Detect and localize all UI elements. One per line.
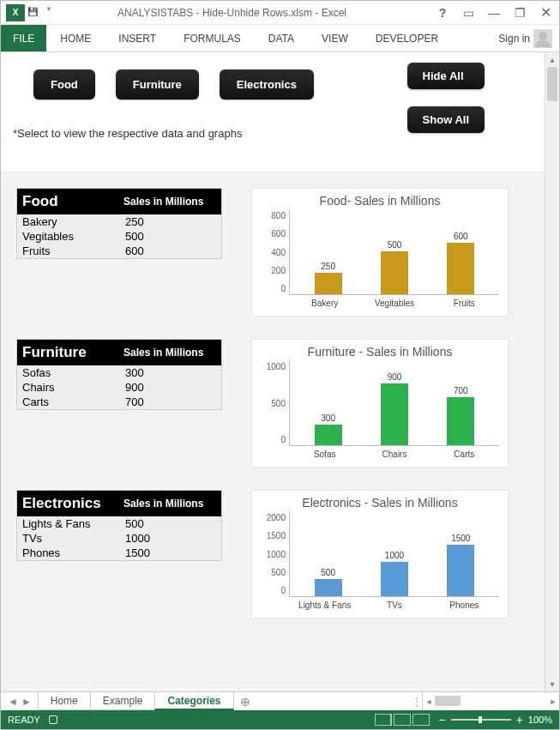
x-category: Carts: [430, 446, 499, 459]
table-electronics: ElectronicsSales in MillionsLights & Fan…: [16, 490, 222, 561]
restore-button[interactable]: ❐: [511, 4, 528, 21]
bar-label: 900: [388, 372, 402, 382]
furniture-button[interactable]: Furniture: [116, 69, 199, 100]
table-header-sales: Sales in Millions: [120, 189, 221, 214]
table-food: FoodSales in MillionsBakery250Vegitables…: [16, 188, 222, 259]
x-category: Bakery: [290, 295, 359, 308]
table-row: Vegitables500: [17, 229, 221, 244]
zoom-percent[interactable]: 100%: [528, 715, 552, 725]
bar-group: 300: [298, 413, 358, 445]
scroll-thumb[interactable]: [547, 67, 557, 101]
x-category: Sofas: [290, 446, 359, 459]
horizontal-scrollbar[interactable]: ◄ ►: [422, 692, 559, 710]
help-icon[interactable]: [434, 4, 451, 21]
bar-label: 1500: [451, 534, 470, 543]
zoom-out-icon[interactable]: −: [438, 714, 445, 726]
tab-nav-prev-icon[interactable]: ◄: [8, 696, 18, 708]
bar: [315, 273, 342, 294]
cell-item: Chairs: [17, 380, 120, 395]
status-ready: READY: [8, 715, 40, 725]
hscroll-left-arrow-icon[interactable]: ◄: [423, 697, 435, 706]
qat-dropdown-icon[interactable]: ▼: [45, 5, 52, 17]
zoom-control[interactable]: − + 100%: [438, 714, 552, 726]
scroll-down-arrow-icon[interactable]: ▼: [545, 677, 559, 691]
y-tick: 2000: [267, 513, 286, 522]
cell-item: Bakery: [17, 214, 120, 229]
chart-title: Electronics - Sales in Millions: [261, 496, 499, 510]
sheet-tab-example[interactable]: Example: [90, 692, 156, 710]
chart-furniture: Furniture - Sales in Millions10005000300…: [251, 339, 509, 468]
ribbon-tab-developer[interactable]: DEVELOPER: [362, 25, 452, 51]
scroll-up-arrow-icon[interactable]: ▲: [545, 52, 559, 67]
bar: [315, 425, 342, 445]
hide-all-button[interactable]: Hide All: [407, 63, 485, 89]
chart-title: Food- Sales in Millions: [261, 194, 499, 208]
bar: [381, 383, 408, 445]
cell-value: 500: [120, 229, 221, 244]
view-switcher[interactable]: [375, 714, 430, 726]
sheet-tab-home[interactable]: Home: [38, 692, 91, 710]
x-category: Chairs: [359, 446, 429, 459]
table-header-sales: Sales in Millions: [120, 491, 221, 516]
y-tick: 0: [280, 586, 286, 595]
ribbon-tab-data[interactable]: DATA: [255, 25, 308, 51]
cell-item: Lights & Fans: [17, 516, 120, 531]
x-category: Fruits: [430, 295, 499, 308]
x-category: Vegitables: [359, 295, 429, 308]
sign-in-link[interactable]: Sign in: [493, 25, 559, 51]
cell-value: 700: [120, 395, 221, 409]
bar-label: 500: [321, 568, 335, 577]
worksheet-area[interactable]: Food Furniture Electronics Hide All Show…: [1, 52, 545, 691]
table-header-category: Electronics: [17, 491, 120, 516]
y-tick: 400: [271, 248, 286, 257]
sheet-tabs-bar: ◄ ► HomeExampleCategories ⊕ ⋮ ◄ ►: [1, 691, 559, 710]
zoom-slider[interactable]: [451, 719, 511, 721]
table-row: Chairs900: [17, 380, 221, 395]
cell-item: TVs: [17, 531, 120, 546]
ribbon-tab-insert[interactable]: INSERT: [105, 25, 170, 51]
new-sheet-button[interactable]: ⊕: [234, 692, 256, 710]
y-tick: 1500: [267, 531, 286, 540]
bar-group: 600: [431, 232, 491, 294]
cell-item: Phones: [17, 546, 120, 560]
table-header-category: Furniture: [17, 340, 120, 365]
cell-item: Carts: [17, 395, 120, 409]
table-furniture: FurnitureSales in MillionsSofas300Chairs…: [16, 339, 222, 410]
y-tick: 0: [280, 435, 286, 444]
y-axis: 10005000: [261, 360, 290, 446]
x-category: Lights & Fans: [290, 597, 359, 610]
quick-access-toolbar: 💾 ▼: [27, 5, 52, 17]
bar-group: 900: [364, 372, 425, 445]
bar: [381, 251, 408, 294]
minimize-button[interactable]: —: [485, 4, 503, 21]
bar-label: 500: [388, 240, 402, 250]
food-button[interactable]: Food: [33, 69, 95, 100]
ribbon-tab-home[interactable]: HOME: [46, 25, 105, 51]
electronics-button[interactable]: Electronics: [220, 69, 314, 100]
y-tick: 1000: [267, 550, 286, 559]
page-layout-view-icon[interactable]: [394, 714, 411, 726]
bar-group: 250: [298, 262, 358, 294]
vertical-scrollbar[interactable]: ▲ ▼: [545, 52, 559, 691]
tab-nav-next-icon[interactable]: ►: [21, 696, 32, 708]
ribbon-display-options-icon[interactable]: ▭: [460, 4, 477, 21]
bar: [447, 545, 474, 596]
hscroll-right-arrow-icon[interactable]: ►: [547, 697, 559, 706]
close-button[interactable]: ✕: [537, 4, 554, 21]
y-axis: 2000150010005000: [261, 511, 290, 597]
zoom-in-icon[interactable]: +: [516, 714, 523, 726]
normal-view-icon[interactable]: [375, 714, 392, 726]
macro-record-icon[interactable]: [49, 715, 57, 724]
ribbon-tab-formulas[interactable]: FORMULAS: [170, 25, 255, 51]
show-all-button[interactable]: Show All: [407, 106, 485, 133]
ribbon-tab-view[interactable]: VIEW: [308, 25, 362, 51]
file-tab[interactable]: FILE: [1, 25, 46, 51]
x-category: Phones: [430, 597, 499, 610]
save-icon[interactable]: 💾: [27, 5, 39, 17]
sheet-tab-categories[interactable]: Categories: [154, 692, 233, 710]
ribbon-tabs: FILE HOMEINSERTFORMULASDATAVIEWDEVELOPER…: [1, 25, 559, 52]
table-row: Fruits600: [17, 244, 221, 258]
page-break-view-icon[interactable]: [412, 714, 430, 726]
x-axis: SofasChairsCarts: [290, 446, 499, 459]
hscroll-thumb[interactable]: [435, 696, 461, 706]
